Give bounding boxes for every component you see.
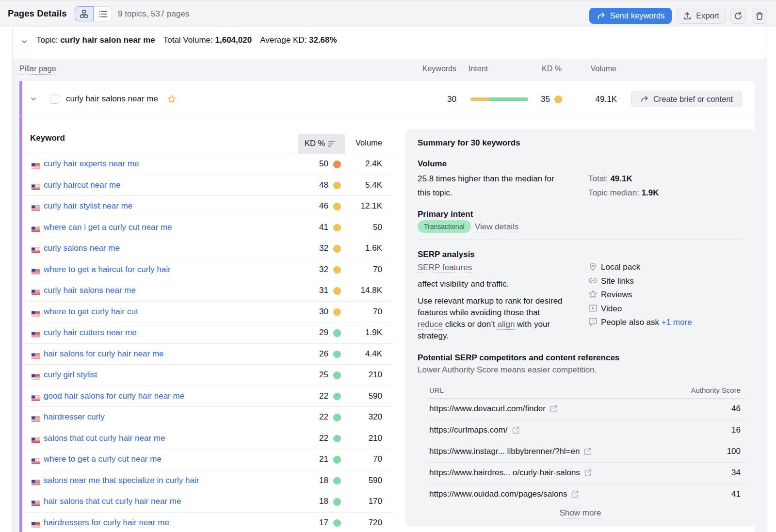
svg-text:?: ? — [592, 319, 594, 323]
